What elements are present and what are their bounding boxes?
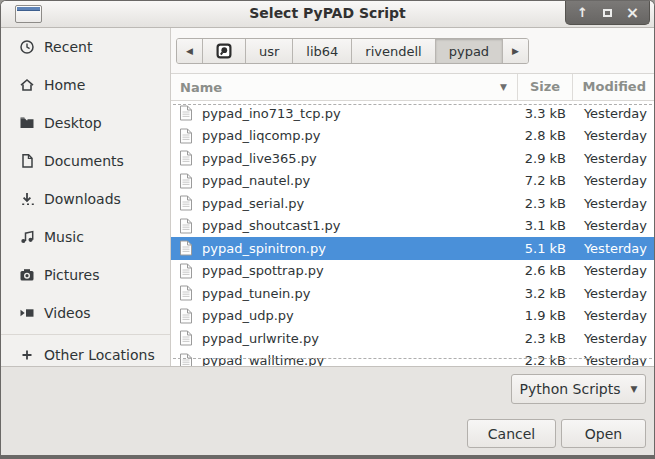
path-back-button[interactable]: ◀ [177,39,203,63]
file-icon [179,173,193,189]
file-size: 2.9 kB [517,151,572,166]
file-modified: Yesterday [572,151,654,166]
file-icon [179,353,193,366]
file-icon [179,285,193,301]
file-row[interactable]: pypad_live365.py2.9 kBYesterday [171,147,654,170]
home-icon [19,77,36,94]
file-icon [179,105,193,121]
file-name: pypad_live365.py [202,151,317,166]
action-area: Python Scripts ▼ Cancel Open [1,366,654,455]
places-sidebar: RecentHomeDesktopDocumentsDownloadsMusic… [1,28,171,366]
sidebar-item-downloads[interactable]: Downloads [1,180,170,218]
file-name: pypad_walltime.py [202,353,324,366]
file-modified: Yesterday [572,173,654,188]
sidebar-item-label: Recent [44,39,92,55]
file-name: pypad_ino713_tcp.py [202,106,341,121]
file-filter-dropdown[interactable]: Python Scripts ▼ [511,374,646,404]
file-row[interactable]: pypad_spinitron.py5.1 kBYesterday [171,237,654,260]
file-modified: Yesterday [572,218,654,233]
sidebar-item-documents[interactable]: Documents [1,142,170,180]
file-icon [179,195,193,211]
open-button[interactable]: Open [561,419,646,448]
path-segment-label: pypad [449,44,489,59]
sidebar-item-label: Home [44,77,85,93]
file-name-cell: pypad_tunein.py [171,285,517,301]
file-size: 2.3 kB [517,196,572,211]
file-row[interactable]: pypad_nautel.py7.2 kBYesterday [171,170,654,193]
path-segment-usr[interactable]: usr [246,39,293,63]
file-name: pypad_serial.py [202,196,304,211]
close-icon: × [626,3,639,22]
file-icon [179,150,193,166]
download-icon [19,191,36,208]
file-row[interactable]: pypad_urlwrite.py2.3 kBYesterday [171,327,654,350]
music-icon [19,229,36,246]
clock-icon [19,39,36,56]
file-modified: Yesterday [572,263,654,278]
list-header: Name ▼ Size Modified [171,73,654,101]
file-row[interactable]: pypad_shoutcast1.py3.1 kBYesterday [171,215,654,238]
file-row[interactable]: pypad_ino713_tcp.py3.3 kBYesterday [171,102,654,125]
file-row[interactable]: pypad_liqcomp.py2.8 kBYesterday [171,125,654,148]
file-icon [179,330,193,346]
file-name-cell: pypad_shoutcast1.py [171,218,517,234]
sidebar-item-music[interactable]: Music [1,218,170,256]
cancel-button[interactable]: Cancel [467,419,556,448]
file-name-cell: pypad_udp.py [171,308,517,324]
window-title: Select PyPAD Script [1,5,654,21]
arrow-up-icon: ↑ [577,5,588,20]
file-row[interactable]: pypad_serial.py2.3 kBYesterday [171,192,654,215]
sidebar-item-other-locations[interactable]: Other Locations [1,336,170,366]
path-segment-label: rivendell [365,44,421,59]
file-modified: Yesterday [572,106,654,121]
file-name-cell: pypad_urlwrite.py [171,330,517,346]
sidebar-item-label: Videos [44,305,91,321]
file-icon [179,240,193,256]
sidebar-item-pictures[interactable]: Pictures [1,256,170,294]
file-modified: Yesterday [572,196,654,211]
window-controls: ↑ × [565,1,650,25]
shade-button[interactable]: ↑ [570,2,595,24]
path-segment-rivendell[interactable]: rivendell [352,39,435,63]
file-modified: Yesterday [572,128,654,143]
title-bar[interactable]: Select PyPAD Script ↑ × [1,1,654,28]
file-modified: Yesterday [572,353,654,366]
path-segment-label: usr [259,44,279,59]
file-row[interactable]: pypad_tunein.py3.2 kBYesterday [171,282,654,305]
file-name: pypad_liqcomp.py [202,128,321,143]
file-modified: Yesterday [572,241,654,256]
file-name-cell: pypad_liqcomp.py [171,128,517,144]
sidebar-item-label: Desktop [44,115,102,131]
path-segment-pypad[interactable]: pypad [436,39,503,63]
file-name-cell: pypad_ino713_tcp.py [171,105,517,121]
file-size: 2.2 kB [517,353,572,366]
file-icon [179,218,193,234]
sidebar-item-label: Downloads [44,191,121,207]
file-size: 5.1 kB [517,241,572,256]
file-modified: Yesterday [572,331,654,346]
sidebar-item-recent[interactable]: Recent [1,28,170,66]
path-segment-filesystem[interactable] [203,39,246,63]
file-row[interactable]: pypad_walltime.py2.2 kBYesterday [171,350,654,367]
path-segment-lib64[interactable]: lib64 [293,39,352,63]
document-icon [19,153,36,170]
chevron-right-icon: ▶ [512,46,519,56]
file-size: 3.2 kB [517,286,572,301]
column-header-modified[interactable]: Modified [572,74,654,100]
file-chooser-dialog: Select PyPAD Script ↑ × RecentHomeDeskto… [0,0,655,459]
file-size: 2.8 kB [517,128,572,143]
maximize-button[interactable] [595,2,620,24]
path-forward-button[interactable]: ▶ [503,39,528,63]
sidebar-item-label: Music [44,229,84,245]
sidebar-item-videos[interactable]: Videos [1,294,170,332]
column-header-name[interactable]: Name ▼ [171,80,517,95]
column-header-size[interactable]: Size [517,74,572,100]
sidebar-item-home[interactable]: Home [1,66,170,104]
file-size: 1.9 kB [517,308,572,323]
path-segment-label: lib64 [306,44,338,59]
file-name-cell: pypad_live365.py [171,150,517,166]
file-row[interactable]: pypad_udp.py1.9 kBYesterday [171,305,654,328]
close-button[interactable]: × [620,2,645,24]
file-row[interactable]: pypad_spottrap.py2.6 kBYesterday [171,260,654,283]
sidebar-item-desktop[interactable]: Desktop [1,104,170,142]
